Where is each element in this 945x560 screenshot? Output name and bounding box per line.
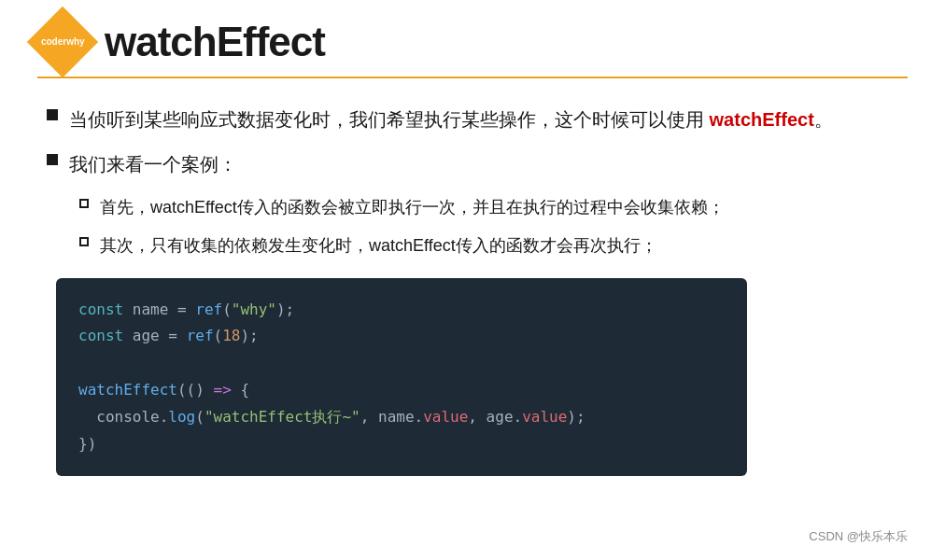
- sub-bullet-item-1: 首先，watchEffect传入的函数会被立即执行一次，并且在执行的过程中会收集…: [79, 194, 898, 221]
- footer-text: CSDN @快乐本乐: [809, 529, 908, 543]
- header: coderwhy watchEffect: [37, 0, 908, 78]
- code-line-1: const name = ref("why");: [78, 297, 725, 324]
- page-title: watchEffect: [105, 19, 325, 65]
- logo-text: coderwhy: [41, 36, 85, 48]
- sub-bullet-item-2: 其次，只有收集的依赖发生变化时，watchEffect传入的函数才会再次执行；: [79, 232, 898, 259]
- code-line-4: watchEffect(() => {: [78, 377, 725, 404]
- bullet-item-2: 我们来看一个案例：: [47, 149, 898, 179]
- bullet-icon-2: [47, 154, 58, 165]
- footer: CSDN @快乐本乐: [809, 528, 908, 545]
- code-block: const name = ref("why"); const age = ref…: [56, 278, 747, 477]
- sub-bullet-text-1: 首先，watchEffect传入的函数会被立即执行一次，并且在执行的过程中会收集…: [100, 194, 725, 221]
- bullet-item-1: 当侦听到某些响应式数据变化时，我们希望执行某些操作，这个时候可以使用 watch…: [47, 105, 898, 134]
- logo-diamond: coderwhy: [27, 7, 98, 77]
- bullet-text-2: 我们来看一个案例：: [69, 149, 237, 179]
- sub-bullet-text-2: 其次，只有收集的依赖发生变化时，watchEffect传入的函数才会再次执行；: [100, 232, 657, 259]
- bullet1-after: 。: [814, 109, 833, 130]
- page: coderwhy watchEffect 当侦听到某些响应式数据变化时，我们希望…: [0, 0, 945, 560]
- bullet1-before: 当侦听到某些响应式数据变化时，我们希望执行某些操作，这个时候可以使用: [69, 109, 710, 130]
- code-line-5: console.log("watchEffect执行~", name.value…: [78, 404, 725, 431]
- code-line-3: [78, 350, 725, 377]
- bullet1-highlight: watchEffect: [710, 109, 814, 130]
- content: 当侦听到某些响应式数据变化时，我们希望执行某些操作，这个时候可以使用 watch…: [37, 105, 908, 476]
- sub-bullet-icon-2: [79, 237, 89, 246]
- code-line-6: }): [78, 431, 725, 458]
- code-line-2: const age = ref(18);: [78, 323, 725, 350]
- bullet-text-1: 当侦听到某些响应式数据变化时，我们希望执行某些操作，这个时候可以使用 watch…: [69, 105, 833, 134]
- sub-bullets: 首先，watchEffect传入的函数会被立即执行一次，并且在执行的过程中会收集…: [79, 194, 898, 259]
- bullet-icon-1: [47, 109, 58, 120]
- sub-bullet-icon-1: [79, 199, 89, 208]
